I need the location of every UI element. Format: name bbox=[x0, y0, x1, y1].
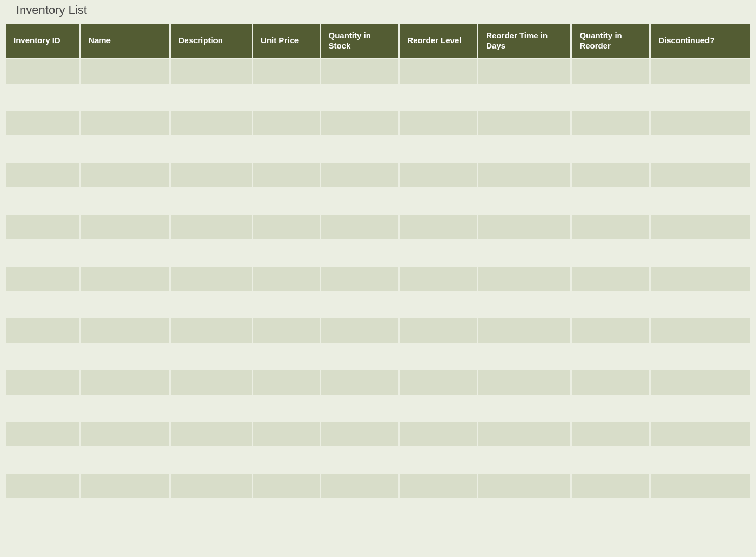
table-cell[interactable] bbox=[6, 318, 79, 343]
table-cell[interactable] bbox=[572, 215, 649, 239]
column-header-inventory-id[interactable]: Inventory ID bbox=[6, 24, 79, 58]
table-cell[interactable] bbox=[400, 137, 477, 161]
table-cell[interactable] bbox=[81, 448, 169, 472]
table-cell[interactable] bbox=[6, 370, 79, 395]
table-cell[interactable] bbox=[171, 448, 252, 472]
table-cell[interactable] bbox=[572, 85, 649, 110]
table-cell[interactable] bbox=[478, 267, 570, 291]
column-header-unit-price[interactable]: Unit Price bbox=[253, 24, 319, 58]
table-cell[interactable] bbox=[478, 500, 570, 524]
table-cell[interactable] bbox=[572, 59, 649, 84]
table-cell[interactable] bbox=[6, 267, 79, 291]
table-cell[interactable] bbox=[171, 500, 252, 524]
table-cell[interactable] bbox=[478, 293, 570, 317]
table-cell[interactable] bbox=[400, 500, 477, 524]
table-cell[interactable] bbox=[400, 396, 477, 420]
table-cell[interactable] bbox=[253, 474, 319, 498]
table-cell[interactable] bbox=[81, 293, 169, 317]
table-cell[interactable] bbox=[321, 111, 399, 135]
table-cell[interactable] bbox=[81, 396, 169, 420]
table-cell[interactable] bbox=[572, 163, 649, 187]
table-cell[interactable] bbox=[171, 59, 252, 84]
table-cell[interactable] bbox=[651, 396, 750, 420]
table-cell[interactable] bbox=[321, 396, 399, 420]
table-cell[interactable] bbox=[81, 163, 169, 187]
table-cell[interactable] bbox=[651, 293, 750, 317]
table-cell[interactable] bbox=[572, 111, 649, 135]
table-cell[interactable] bbox=[400, 215, 477, 239]
table-cell[interactable] bbox=[321, 293, 399, 317]
table-cell[interactable] bbox=[400, 448, 477, 472]
table-cell[interactable] bbox=[253, 293, 319, 317]
column-header-quantity-reorder[interactable]: Quantity in Reorder bbox=[572, 24, 649, 58]
table-cell[interactable] bbox=[478, 474, 570, 498]
table-cell[interactable] bbox=[400, 267, 477, 291]
table-cell[interactable] bbox=[572, 370, 649, 395]
table-cell[interactable] bbox=[171, 318, 252, 343]
table-cell[interactable] bbox=[6, 59, 79, 84]
table-cell[interactable] bbox=[321, 241, 399, 265]
column-header-name[interactable]: Name bbox=[81, 24, 169, 58]
table-cell[interactable] bbox=[6, 241, 79, 265]
table-cell[interactable] bbox=[478, 59, 570, 84]
table-cell[interactable] bbox=[651, 137, 750, 161]
column-header-reorder-time[interactable]: Reorder Time in Days bbox=[478, 24, 570, 58]
table-cell[interactable] bbox=[572, 267, 649, 291]
table-cell[interactable] bbox=[171, 370, 252, 395]
table-cell[interactable] bbox=[321, 85, 399, 110]
table-cell[interactable] bbox=[651, 85, 750, 110]
table-cell[interactable] bbox=[81, 215, 169, 239]
table-cell[interactable] bbox=[171, 189, 252, 213]
column-header-discontinued[interactable]: Discontinued? bbox=[651, 24, 750, 58]
table-cell[interactable] bbox=[400, 344, 477, 369]
table-cell[interactable] bbox=[171, 396, 252, 420]
table-cell[interactable] bbox=[253, 189, 319, 213]
table-cell[interactable] bbox=[321, 448, 399, 472]
table-cell[interactable] bbox=[478, 137, 570, 161]
table-cell[interactable] bbox=[478, 189, 570, 213]
table-cell[interactable] bbox=[171, 474, 252, 498]
table-cell[interactable] bbox=[6, 215, 79, 239]
table-cell[interactable] bbox=[6, 344, 79, 369]
table-cell[interactable] bbox=[321, 267, 399, 291]
table-cell[interactable] bbox=[321, 189, 399, 213]
table-cell[interactable] bbox=[651, 344, 750, 369]
table-cell[interactable] bbox=[321, 500, 399, 524]
table-cell[interactable] bbox=[6, 293, 79, 317]
table-cell[interactable] bbox=[253, 500, 319, 524]
table-cell[interactable] bbox=[81, 344, 169, 369]
table-cell[interactable] bbox=[651, 111, 750, 135]
table-cell[interactable] bbox=[572, 422, 649, 446]
table-cell[interactable] bbox=[253, 267, 319, 291]
table-cell[interactable] bbox=[478, 448, 570, 472]
table-cell[interactable] bbox=[253, 396, 319, 420]
table-cell[interactable] bbox=[81, 422, 169, 446]
table-cell[interactable] bbox=[81, 85, 169, 110]
table-cell[interactable] bbox=[321, 215, 399, 239]
table-cell[interactable] bbox=[171, 293, 252, 317]
table-cell[interactable] bbox=[400, 163, 477, 187]
table-cell[interactable] bbox=[81, 474, 169, 498]
table-cell[interactable] bbox=[651, 189, 750, 213]
table-cell[interactable] bbox=[253, 318, 319, 343]
table-cell[interactable] bbox=[6, 189, 79, 213]
table-cell[interactable] bbox=[253, 215, 319, 239]
table-cell[interactable] bbox=[6, 137, 79, 161]
table-cell[interactable] bbox=[400, 422, 477, 446]
table-cell[interactable] bbox=[572, 293, 649, 317]
table-cell[interactable] bbox=[651, 422, 750, 446]
table-cell[interactable] bbox=[651, 474, 750, 498]
table-cell[interactable] bbox=[253, 163, 319, 187]
table-cell[interactable] bbox=[572, 137, 649, 161]
table-cell[interactable] bbox=[6, 422, 79, 446]
table-cell[interactable] bbox=[478, 370, 570, 395]
table-cell[interactable] bbox=[171, 215, 252, 239]
table-cell[interactable] bbox=[572, 318, 649, 343]
table-cell[interactable] bbox=[572, 344, 649, 369]
table-cell[interactable] bbox=[478, 241, 570, 265]
table-cell[interactable] bbox=[81, 267, 169, 291]
table-cell[interactable] bbox=[400, 474, 477, 498]
table-cell[interactable] bbox=[253, 241, 319, 265]
table-cell[interactable] bbox=[171, 111, 252, 135]
table-cell[interactable] bbox=[400, 59, 477, 84]
